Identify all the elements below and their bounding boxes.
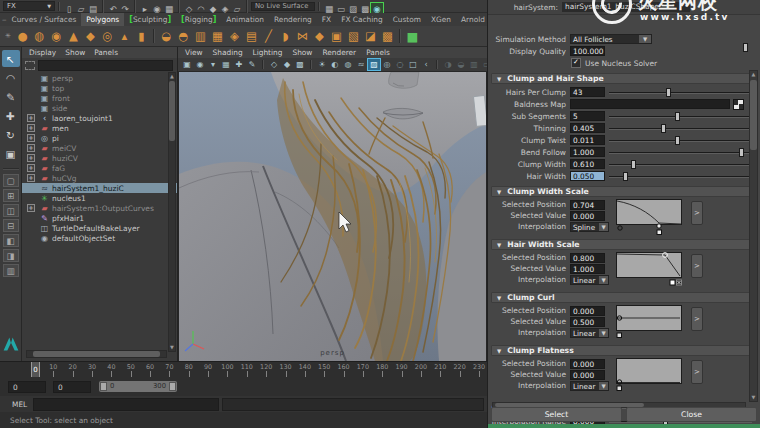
attribute-value-field[interactable]: 0.704	[570, 200, 605, 210]
menu-set-selector[interactable]: FX▼	[3, 1, 55, 11]
ramp-curve-widget[interactable]	[616, 199, 682, 239]
shelf-editor-icon[interactable]: ✳	[2, 32, 14, 40]
symmetrize-icon[interactable]: ⋈	[294, 28, 311, 45]
ambient-occlusion-icon[interactable]: ◍	[342, 59, 354, 70]
scale-tool[interactable]: ▣	[2, 145, 20, 162]
expand-icon[interactable]: +	[27, 134, 35, 142]
outliner-item-fag[interactable]: +▰faG	[22, 163, 177, 173]
outliner-item-laoren-toujoint1[interactable]: +‹laoren_toujoint1	[22, 113, 177, 123]
section-header[interactable]: ▼Clump Width Scale	[491, 186, 757, 197]
scrollbar-handle[interactable]	[750, 80, 757, 150]
rotate-tool[interactable]: ↻	[2, 126, 20, 143]
slider-handle[interactable]	[666, 88, 671, 97]
outliner-menu-display[interactable]: Display	[29, 48, 56, 57]
viewport-menu-view[interactable]: View	[185, 48, 203, 57]
attribute-value-field[interactable]: 43	[570, 87, 605, 97]
section-header[interactable]: ▼Clump Flatness	[491, 345, 757, 356]
reduce-icon[interactable]: ◓	[175, 28, 192, 45]
display-quality-field[interactable]: 100.000	[570, 46, 605, 56]
attribute-slider[interactable]	[609, 123, 752, 134]
scroll-down-icon[interactable]: ▼	[750, 394, 757, 401]
attribute-slider[interactable]	[609, 147, 752, 158]
shelf-tab-arnold[interactable]: Arnold	[456, 13, 490, 26]
bridge-icon[interactable]: ▤	[243, 28, 260, 45]
expand-icon[interactable]: +	[27, 124, 35, 132]
shelf-tab-sculpting[interactable]: [Sculpting]	[124, 13, 176, 26]
viewport-menu-panels[interactable]: Panels	[366, 48, 390, 57]
simulation-method-dropdown[interactable]: All Follicles▼	[570, 34, 652, 44]
lasso-select-tool[interactable]: ◠	[2, 69, 20, 86]
attribute-slider[interactable]	[609, 87, 752, 98]
xray-joints-icon[interactable]: ‹	[420, 59, 432, 70]
outliner-item-hucvg[interactable]: +▰huCVg	[22, 173, 177, 183]
outliner-item-nucleus1[interactable]: ✳nucleus1	[22, 193, 177, 203]
search-filter-icon[interactable]	[25, 61, 35, 70]
expand-icon[interactable]: +	[27, 174, 35, 182]
use-nucleus-checkbox[interactable]: ✓	[571, 58, 581, 68]
live-surface-field[interactable]: No Live Surface	[251, 2, 315, 11]
section-header[interactable]: ▼Hair Width Scale	[491, 239, 757, 250]
textured-icon[interactable]: ▩	[294, 59, 306, 70]
attribute-slider[interactable]	[609, 111, 752, 122]
scroll-down-icon[interactable]: ▼	[169, 344, 175, 351]
attribute-value-field[interactable]: 0.000	[570, 306, 605, 316]
mirror-icon[interactable]: ◆	[311, 28, 328, 45]
shelf-tab-rendering[interactable]: Rendering	[269, 13, 317, 26]
scroll-up-icon[interactable]: ▲	[750, 71, 757, 78]
attribute-value-field[interactable]: 1.000	[570, 147, 605, 157]
attribute-value-field[interactable]: 0.500	[570, 317, 605, 327]
shelf-tab-curves-surfaces[interactable]: Curves / Surfaces	[6, 13, 81, 26]
viewport-menu-renderer[interactable]: Renderer	[322, 48, 356, 57]
depth-of-field-icon[interactable]: ◎	[381, 59, 393, 70]
search-input[interactable]	[38, 60, 173, 71]
lock-camera-icon[interactable]: ◉	[194, 59, 206, 70]
attribute-value-field[interactable]: 0.050	[570, 171, 605, 181]
poly-cylinder-icon[interactable]: ▮	[133, 28, 150, 45]
poly-sphere-smooth-icon[interactable]: ◍	[31, 28, 48, 45]
poly-cube-icon[interactable]: ◆	[82, 28, 99, 45]
shadows-icon[interactable]: ◐	[329, 59, 341, 70]
attribute-slider[interactable]	[609, 135, 752, 146]
expand-icon[interactable]: +	[27, 164, 35, 172]
poly-torus-icon[interactable]: ◎	[99, 28, 116, 45]
view-transform-icon[interactable]: ▥	[468, 59, 480, 70]
viewport-menu-lighting[interactable]: Lighting	[253, 48, 283, 57]
range-start-handle[interactable]	[100, 382, 107, 391]
slider-handle[interactable]	[675, 136, 680, 145]
bevel-icon[interactable]: ◈	[226, 28, 243, 45]
gamma-icon[interactable]: ◒	[455, 59, 467, 70]
wireframe-icon[interactable]: ◇	[268, 59, 280, 70]
attribute-slider[interactable]	[609, 171, 752, 182]
outliner-item-huzicv[interactable]: +▰huziCV	[22, 153, 177, 163]
slider-handle[interactable]	[661, 124, 666, 133]
panel-vertical-scrollbar[interactable]: ▲ ▼	[749, 70, 758, 402]
slider-handle[interactable]	[675, 112, 680, 121]
slider-handle[interactable]	[631, 160, 636, 169]
expand-ramp-button[interactable]: >	[691, 360, 703, 384]
shelf-tab-rigging[interactable]: [Rigging]	[176, 13, 221, 26]
ramp-curve-widget[interactable]	[616, 252, 682, 292]
outliner-vertical-scrollbar[interactable]: ▲ ▼	[168, 72, 176, 352]
outliner-item-hairsystem1-outputcurves[interactable]: +▰hairSystem1:OutputCurves	[22, 203, 177, 213]
shelf-tab-xgen[interactable]: XGen	[426, 13, 456, 26]
poly-sphere-icon[interactable]: ●	[14, 28, 31, 45]
attribute-value-field[interactable]: 0.000	[570, 359, 605, 369]
section-header[interactable]: ▼ Clump and Hair Shape	[491, 73, 757, 84]
attribute-value-field[interactable]: 1.000	[570, 264, 605, 274]
scroll-up-icon[interactable]: ▲	[169, 73, 175, 80]
playback-start-field[interactable]: 0	[53, 381, 91, 393]
camera-bookmark-icon[interactable]: ▾	[207, 59, 219, 70]
interpolation-dropdown[interactable]: Linear▼	[570, 275, 609, 285]
xray-icon[interactable]: □	[407, 59, 419, 70]
move-tool[interactable]: ✚	[2, 107, 20, 124]
attribute-value-field[interactable]: 0.000	[570, 211, 605, 221]
shaded-icon[interactable]: ◆	[281, 59, 293, 70]
grid-fill-icon[interactable]: ▦	[209, 28, 226, 45]
shelf-tab-custom[interactable]: Custom	[388, 13, 426, 26]
attribute-value-field[interactable]: 0.800	[570, 253, 605, 263]
attribute-value-field[interactable]: 0.011	[570, 135, 605, 145]
expand-ramp-button[interactable]: >	[691, 307, 703, 331]
time-slider[interactable]: 0102030405060708090100110120130140150160…	[0, 361, 487, 378]
attribute-value-field[interactable]: 0.610	[570, 159, 605, 169]
expand-icon[interactable]: +	[27, 114, 35, 122]
